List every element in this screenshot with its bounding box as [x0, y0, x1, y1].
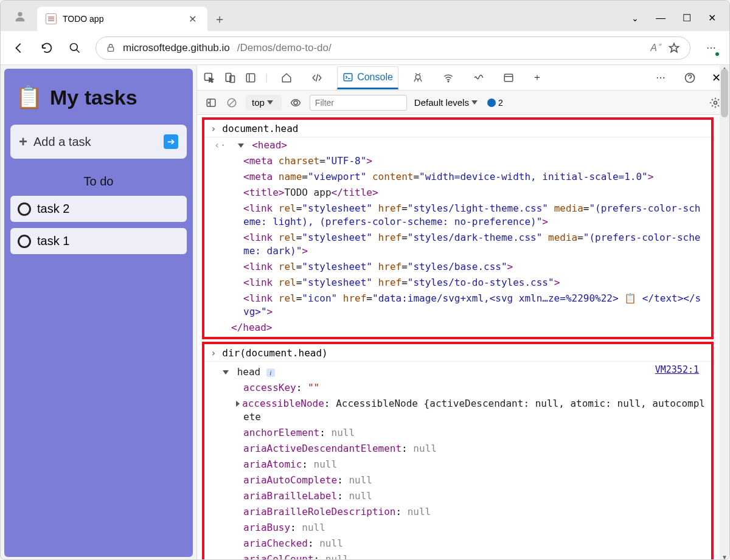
- svg-rect-11: [504, 74, 513, 81]
- console-dom-node: <link rel="stylesheet" href="styles/to-d…: [204, 275, 711, 291]
- object-property: anchorElement: null: [204, 425, 711, 441]
- object-property: accessKey: "": [204, 380, 711, 396]
- tab-title: TODO app: [63, 14, 180, 24]
- device-toggle-icon[interactable]: [224, 72, 236, 84]
- console-input-line: document.head: [204, 121, 711, 137]
- tab-favicon: [46, 13, 57, 24]
- devtools-tab-performance[interactable]: [468, 67, 490, 88]
- svg-rect-6: [246, 74, 255, 82]
- console-dom-node: <link rel="stylesheet" href="styles/dark…: [204, 230, 711, 259]
- devtools-tab-console-label: Console: [357, 72, 393, 83]
- console-dom-node: <title>TODO app</title>: [204, 185, 711, 201]
- chevron-down-icon[interactable]: ⌄: [631, 13, 639, 23]
- new-tab-button[interactable]: ＋: [207, 7, 232, 31]
- window-controls: ⌄ — ☐ ✕: [631, 12, 729, 31]
- search-button[interactable]: [68, 41, 82, 55]
- filter-input[interactable]: [310, 95, 407, 111]
- close-window-button[interactable]: ✕: [708, 12, 716, 24]
- inspect-icon[interactable]: [203, 72, 215, 84]
- console-dom-node: <meta name="viewport" content="width=dev…: [204, 169, 711, 185]
- log-levels-selector[interactable]: Default levels: [414, 97, 480, 108]
- window-titlebar: TODO app ✕ ＋ ⌄ — ☐ ✕: [1, 1, 729, 31]
- console-input-line: dir(document.head): [204, 345, 711, 361]
- devtools-tab-network[interactable]: [437, 67, 459, 88]
- plus-icon: +: [19, 133, 27, 150]
- devtools-tab-more[interactable]: ＋: [527, 66, 547, 89]
- console-output[interactable]: document.head ‹· <head> <meta charset="U…: [197, 115, 729, 560]
- live-expression-icon[interactable]: [289, 96, 302, 109]
- issues-badge[interactable]: 2: [487, 98, 503, 108]
- task-checkbox[interactable]: [18, 202, 31, 216]
- info-icon[interactable]: i: [266, 368, 275, 377]
- add-task-placeholder: Add a task: [33, 135, 91, 149]
- refresh-button[interactable]: [40, 41, 54, 55]
- svg-point-19: [714, 101, 717, 104]
- url-path: /Demos/demo-to-do/: [237, 42, 332, 54]
- svg-point-18: [294, 101, 297, 105]
- task-item[interactable]: task 1: [10, 228, 187, 254]
- object-property: ariaBusy: null: [204, 520, 711, 536]
- highlighted-output-2: dir(document.head) VM2352:1 head i acces…: [202, 342, 714, 560]
- back-button[interactable]: [12, 41, 26, 55]
- svg-rect-14: [207, 99, 215, 106]
- todo-app-panel: 📋 My tasks + Add a task ➔ To do task 2ta…: [4, 69, 193, 557]
- highlighted-output-1: document.head ‹· <head> <meta charset="U…: [202, 117, 714, 339]
- add-task-input[interactable]: + Add a task ➔: [10, 125, 187, 159]
- object-property: ariaAutoComplete: null: [204, 472, 711, 488]
- object-property: ariaBrailleRoleDescription: null: [204, 504, 711, 520]
- console-output-line: ‹· <head>: [204, 137, 711, 153]
- devtools-tab-welcome[interactable]: [276, 67, 297, 88]
- devtools-panel: | Console ＋ ⋯ ✕ top Default levels 2: [196, 65, 729, 560]
- section-label: To do: [10, 175, 187, 188]
- object-property: ariaBrailleLabel: null: [204, 488, 711, 504]
- address-bar: microsoftedge.github.io/Demos/demo-to-do…: [1, 31, 729, 65]
- lock-icon: [106, 43, 116, 53]
- url-host: microsoftedge.github.io: [123, 42, 230, 54]
- devtools-tab-console[interactable]: Console: [337, 66, 398, 89]
- task-label: task 2: [37, 202, 69, 216]
- clipboard-icon: 📋: [15, 85, 43, 110]
- svg-rect-2: [108, 47, 113, 51]
- object-property: ariaAtomic: null: [204, 457, 711, 472]
- svg-point-10: [448, 81, 449, 82]
- console-dom-node: </head>: [204, 320, 711, 336]
- clear-console-icon[interactable]: [225, 96, 238, 109]
- todo-title: My tasks: [50, 86, 137, 109]
- toggle-sidebar-icon[interactable]: [204, 96, 218, 109]
- svg-point-9: [415, 74, 420, 79]
- browser-tab[interactable]: TODO app ✕: [37, 7, 207, 31]
- context-selector[interactable]: top: [246, 95, 282, 110]
- help-icon[interactable]: [679, 67, 701, 89]
- console-dom-node: <meta charset="UTF-8">: [204, 153, 711, 169]
- submit-task-icon[interactable]: ➔: [164, 134, 178, 149]
- task-checkbox[interactable]: [18, 235, 31, 248]
- dock-icon[interactable]: [245, 72, 257, 84]
- console-toolbar: top Default levels 2: [197, 91, 729, 115]
- favorite-icon[interactable]: [668, 42, 680, 54]
- console-dom-node: <link rel="stylesheet" href="styles/ligh…: [204, 201, 711, 230]
- svg-point-1: [71, 43, 78, 50]
- task-label: task 1: [37, 234, 69, 248]
- read-aloud-icon[interactable]: A»: [650, 43, 657, 54]
- object-property: ariaColCount: null: [204, 551, 711, 560]
- close-tab-icon[interactable]: ✕: [186, 11, 199, 27]
- task-item[interactable]: task 2: [10, 196, 187, 222]
- scrollbar-thumb[interactable]: [721, 69, 728, 117]
- menu-button[interactable]: ⋯: [704, 41, 718, 55]
- devtools-more-icon[interactable]: ⋯: [651, 67, 670, 88]
- vm-source-link[interactable]: VM2352:1: [655, 363, 699, 376]
- devtools-tabbar: | Console ＋ ⋯ ✕: [197, 65, 729, 91]
- vertical-scrollbar[interactable]: ▲ ▼: [720, 65, 729, 560]
- object-property: accessibleNode: AccessibleNode {activeDe…: [204, 396, 711, 425]
- minimize-button[interactable]: —: [656, 13, 666, 24]
- url-input[interactable]: microsoftedge.github.io/Demos/demo-to-do…: [96, 36, 690, 60]
- svg-rect-8: [344, 74, 352, 81]
- profile-button[interactable]: [9, 5, 31, 27]
- devtools-tab-application[interactable]: [498, 67, 519, 88]
- devtools-tab-sources[interactable]: [407, 67, 429, 88]
- object-property: ariaActiveDescendantElement: null: [204, 441, 711, 457]
- devtools-tab-elements[interactable]: [305, 67, 328, 88]
- console-dom-node: <link rel="stylesheet" href="styles/base…: [204, 259, 711, 275]
- object-header: head i: [204, 364, 711, 380]
- maximize-button[interactable]: ☐: [683, 12, 691, 24]
